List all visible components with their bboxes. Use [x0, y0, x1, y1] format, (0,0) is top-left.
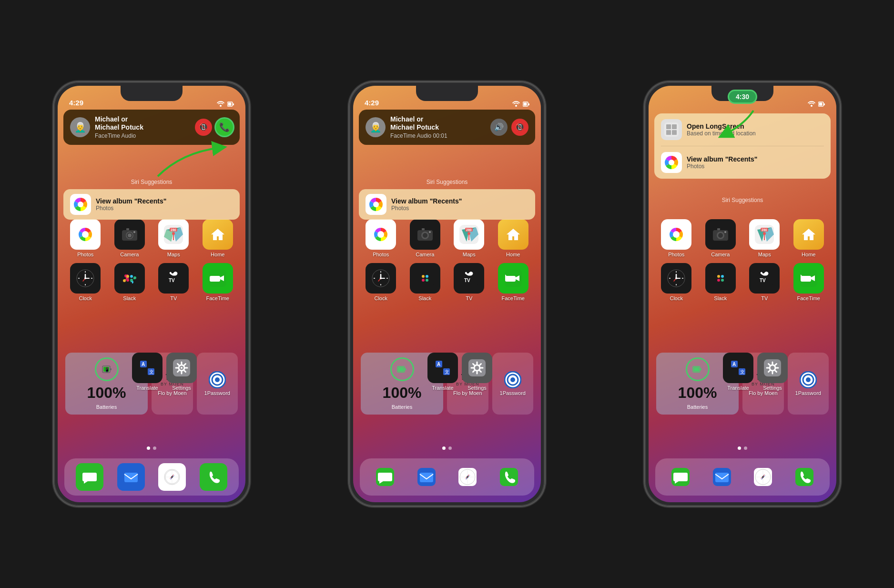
svg-text:📱: 📱 [104, 367, 110, 373]
appletv-label: TV [170, 295, 177, 301]
p3-onepass-widget[interactable]: 1Password [788, 353, 829, 415]
phone-1-app-home[interactable]: Home [198, 219, 238, 257]
p2-home[interactable]: Home [493, 219, 534, 257]
phone-1-app-translate[interactable]: A 文 Translate [132, 353, 163, 391]
p3-mail-dock[interactable] [708, 463, 736, 491]
svg-point-96 [422, 279, 425, 282]
phone-1-app-facetime[interactable]: FaceTime [198, 263, 238, 301]
phone-1-accept-call-button[interactable]: 📞 [216, 119, 233, 136]
battery-percentage: 100% [87, 384, 126, 402]
messages-dock-icon[interactable] [76, 463, 103, 491]
phone-3-siri-double-card[interactable]: Open LongScreen Based on time and locati… [654, 113, 831, 179]
p3-maps-icon: 280 [749, 219, 780, 250]
phone-2-status-icons [512, 101, 531, 107]
phone-1-page-dots [58, 446, 245, 450]
svg-point-9 [128, 233, 132, 237]
svg-text:文: 文 [149, 369, 154, 375]
p3-maps[interactable]: 280Maps [744, 219, 785, 257]
p3-translate[interactable]: A文 Translate [723, 353, 753, 391]
p3-clock[interactable]: Clock [656, 263, 697, 301]
p2-facetime-icon [498, 263, 528, 294]
p2-slack[interactable]: Slack [405, 263, 446, 301]
phone-1-app-slack[interactable]: Slack [110, 263, 150, 301]
p3-tv-icon: TV [749, 263, 780, 294]
phone-3-siri-item-2[interactable]: View album "Recents" Photos [654, 146, 831, 179]
svg-rect-138 [824, 103, 825, 105]
phone-1-app-maps[interactable]: 280 Maps [153, 219, 194, 257]
svg-point-0 [220, 105, 222, 107]
svg-rect-164 [712, 270, 729, 287]
phone-1-app-clock[interactable]: Clock [65, 263, 106, 301]
phone-1-app-settings[interactable]: Settings [166, 353, 197, 391]
phone-1-siri-card[interactable]: View album "Recents" Photos [63, 189, 240, 220]
p2-clock[interactable]: Clock [361, 263, 401, 301]
p3-safari-dock[interactable] [749, 463, 777, 491]
phone-dock-icon[interactable] [200, 463, 227, 491]
phone-1-mid-apps: A 文 Translate [132, 353, 194, 391]
phone-1-wrapper: 4:29 👨‍🦳 Michael orMichael Potuck FaceTi… [4, 13, 299, 575]
svg-line-57 [178, 371, 179, 372]
p2-camera[interactable]: Camera [405, 219, 446, 257]
phone-1-onepass-widget[interactable]: 1Password [197, 353, 238, 415]
p2-phone-dock[interactable] [495, 463, 523, 491]
phone-2-wrapper: 4:29 👨‍🦳 Michael orMichael Potuck FaceTi… [299, 13, 595, 575]
svg-point-71 [515, 105, 517, 107]
safari-dock-icon[interactable] [158, 463, 186, 491]
slack-label: Slack [123, 295, 136, 301]
p3-facetime[interactable]: FaceTime [789, 263, 829, 301]
svg-point-202 [762, 476, 764, 478]
svg-point-167 [721, 279, 724, 282]
phone-2-siri-card[interactable]: View album "Recents" Photos [359, 189, 535, 220]
p3-camera[interactable]: Camera [701, 219, 741, 257]
p2-maps[interactable]: 280 Maps [449, 219, 489, 257]
p3-messages-dock[interactable] [667, 463, 694, 491]
p2-tv[interactable]: TV TV [449, 263, 489, 301]
p3-home[interactable]: Home [789, 219, 829, 257]
svg-point-97 [426, 275, 428, 278]
p2-messages-dock[interactable] [371, 463, 399, 491]
svg-point-75 [373, 202, 379, 207]
svg-point-135 [811, 105, 813, 107]
phone-1-end-call-button[interactable]: 📵 [195, 119, 212, 136]
clock-label: Clock [79, 295, 92, 301]
svg-text:A: A [732, 362, 736, 367]
svg-point-165 [717, 279, 720, 282]
settings-label: Settings [172, 385, 191, 391]
p2-onepass-widget[interactable]: 1Password [492, 353, 534, 415]
p3-slack-icon [705, 263, 736, 294]
phone-3-siri-item-1[interactable]: Open LongScreen Based on time and locati… [654, 113, 831, 146]
svg-text:文: 文 [445, 369, 449, 375]
p2-safari-dock[interactable] [454, 463, 481, 491]
phone-2-end-button[interactable]: 📵 [511, 119, 528, 136]
svg-line-191 [769, 371, 770, 372]
phone-2-mute-button[interactable]: 🔊 [490, 119, 508, 136]
svg-rect-195 [715, 473, 729, 482]
p2-facetime[interactable]: FaceTime [493, 263, 534, 301]
phone-1-app-tv[interactable]: TV TV [153, 263, 194, 301]
p2-translate[interactable]: A文 Translate [427, 353, 458, 391]
p3-tv[interactable]: TVTV [744, 263, 785, 301]
p3-photos[interactable]: Photos [656, 219, 697, 257]
battery-icon: 📱 [95, 357, 119, 381]
phone-2-dock [360, 458, 534, 496]
p2-clock-icon [366, 263, 396, 294]
phone-2-siri-title: View album "Recents" [391, 197, 462, 205]
p3-settings[interactable]: Settings [757, 353, 788, 391]
phone-1-call-buttons: 📵 📞 [195, 119, 233, 136]
svg-point-85 [467, 232, 470, 235]
p3-slack[interactable]: Slack [701, 263, 741, 301]
svg-rect-173 [693, 367, 699, 372]
p2-mail-dock[interactable] [413, 463, 440, 491]
phone-1-app-camera[interactable]: Camera [110, 219, 150, 257]
phone-3-siri-title-2: View album "Recents" [687, 155, 757, 163]
p3-mid-apps: A文 Translate Settings [723, 353, 785, 391]
p2-photos[interactable]: Photos [361, 219, 401, 257]
p3-phone-dock[interactable] [791, 463, 818, 491]
svg-text:TV: TV [464, 278, 470, 283]
phone-1-app-photos[interactable]: Photos [65, 219, 106, 257]
phone-3-frame: 4:30 4:30 [645, 82, 840, 506]
phone-1-time: 4:29 [67, 99, 83, 107]
phone-3-green-pill[interactable]: 4:30 [728, 90, 757, 104]
mail-dock-icon[interactable] [117, 463, 145, 491]
p2-settings[interactable]: Settings [462, 353, 492, 391]
